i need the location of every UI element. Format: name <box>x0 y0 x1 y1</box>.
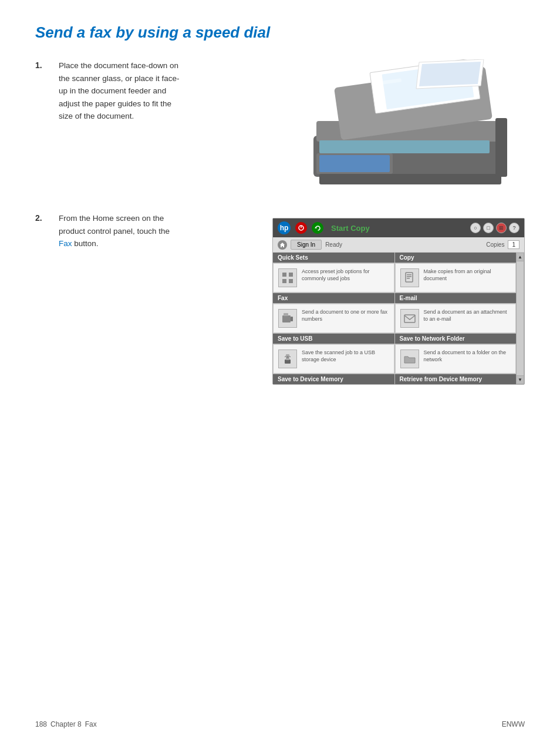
svg-rect-27 <box>404 315 415 322</box>
step2-right: hp Start Copy ○ □ ⊞ ? <box>194 212 525 385</box>
svg-rect-19 <box>289 279 293 283</box>
email-header: E-mail <box>395 293 517 303</box>
fax-header: Fax <box>273 293 394 303</box>
retrieve-device-header: Retrieve from Device Memory <box>395 374 517 384</box>
scroll-track <box>517 261 524 375</box>
cp-icon-1[interactable]: ○ <box>470 223 481 233</box>
svg-rect-10 <box>319 140 490 153</box>
svg-rect-26 <box>291 317 293 321</box>
hp-logo: hp <box>278 221 291 234</box>
network-folder-text: Send a document to a folder on the netwo… <box>424 350 511 363</box>
copy-text: Make copies from an original document <box>424 268 511 282</box>
step2-fax-link: Fax <box>59 239 72 248</box>
step1-text: Place the document face-down on the scan… <box>59 59 182 123</box>
svg-rect-22 <box>407 276 411 277</box>
scroll-down-btn[interactable]: ▼ <box>517 375 524 384</box>
svg-rect-25 <box>284 313 288 316</box>
svg-line-31 <box>285 356 286 357</box>
svg-marker-12 <box>419 62 481 86</box>
quick-sets-text: Access preset job options for commonly u… <box>302 268 389 282</box>
svg-rect-18 <box>282 279 286 283</box>
email-icon <box>400 309 419 328</box>
footer-page-number: 188 <box>35 720 47 728</box>
quick-sets-content: Access preset job options for commonly u… <box>302 268 389 282</box>
svg-rect-7 <box>319 174 501 184</box>
power-icon[interactable] <box>295 222 307 234</box>
step1-left: 1. Place the document face-down on the s… <box>35 59 182 189</box>
step2-text-before: From the Home screen on the product cont… <box>59 214 170 236</box>
control-panel: hp Start Copy ○ □ ⊞ ? <box>272 218 525 385</box>
step2-left: 2. From the Home screen on the product c… <box>35 212 182 385</box>
cp-subheader: Sign In Ready Copies 1 <box>273 237 524 253</box>
copies-value: 1 <box>508 240 519 249</box>
step1-content: Place the document face-down on the scan… <box>59 59 182 123</box>
svg-rect-8 <box>495 118 507 177</box>
save-usb-header: Save to USB <box>273 334 394 344</box>
fax-cell[interactable]: Send a document to one or more fax numbe… <box>273 304 394 333</box>
home-icon[interactable] <box>278 240 287 250</box>
step1-number: 1. <box>35 59 47 123</box>
copy-header: Copy <box>395 253 517 263</box>
copies-label: Copies <box>486 241 504 248</box>
cp-main-grid: Quick Sets Copy <box>273 253 516 384</box>
cp-header-icons: ○ □ ⊞ ? <box>470 223 519 233</box>
step2-text-after: button. <box>72 239 99 248</box>
step1-layout: 1. Place the document face-down on the s… <box>35 59 525 189</box>
svg-rect-23 <box>407 278 410 279</box>
scroll-up-btn[interactable]: ▲ <box>517 253 524 261</box>
step1-right <box>194 59 525 189</box>
footer-right: ENWW <box>502 720 525 728</box>
cp-icon-2[interactable]: □ <box>483 223 494 233</box>
signin-button[interactable]: Sign In <box>291 240 322 250</box>
email-cell[interactable]: Send a document as an attachment to an e… <box>395 304 517 333</box>
usb-icon <box>278 350 297 368</box>
step2-number: 2. <box>35 212 47 250</box>
svg-rect-20 <box>406 273 413 282</box>
copy-cell[interactable]: Make copies from an original document <box>395 263 517 293</box>
step2-content: From the Home screen on the product cont… <box>59 212 182 250</box>
svg-rect-6 <box>319 155 390 172</box>
svg-point-30 <box>286 356 289 358</box>
footer-chapter-subject: Fax <box>85 720 97 728</box>
cp-header: hp Start Copy ○ □ ⊞ ? <box>273 219 524 237</box>
email-text: Send a document as an attachment to an e… <box>424 309 511 322</box>
step-2: 2. From the Home screen on the product c… <box>35 212 182 250</box>
copy-content: Make copies from an original document <box>424 268 511 282</box>
svg-rect-16 <box>282 273 286 277</box>
usb-cell[interactable]: Save the scanned job to a USB storage de… <box>273 344 394 374</box>
save-network-header: Save to Network Folder <box>395 334 517 344</box>
quick-sets-header: Quick Sets <box>273 253 394 263</box>
footer-left: 188 Chapter 8 Fax <box>35 720 97 728</box>
step-1: 1. Place the document face-down on the s… <box>35 59 182 123</box>
step2-layout: 2. From the Home screen on the product c… <box>35 212 525 385</box>
network-folder-cell[interactable]: Send a document to a folder on the netwo… <box>395 344 517 374</box>
network-folder-icon <box>400 350 419 368</box>
fax-content: Send a document to one or more fax numbe… <box>302 309 389 322</box>
start-copy-label: Start Copy <box>328 224 465 233</box>
usb-text: Save the scanned job to a USB storage de… <box>302 350 389 363</box>
cp-icon-4[interactable]: ? <box>509 223 519 233</box>
cp-grid-wrapper: Quick Sets Copy <box>273 253 524 384</box>
step2-text: From the Home screen on the product cont… <box>59 212 182 250</box>
email-content: Send a document as an attachment to an e… <box>424 309 511 322</box>
copy-icon <box>400 268 419 287</box>
refresh-icon[interactable] <box>312 222 323 234</box>
scroll-bar[interactable]: ▲ ▼ <box>516 253 524 384</box>
save-device-header: Save to Device Memory <box>273 374 394 384</box>
footer-enww: ENWW <box>502 720 525 728</box>
quick-sets-icon <box>278 268 297 287</box>
fax-icon <box>278 309 297 328</box>
quick-sets-cell[interactable]: Access preset job options for commonly u… <box>273 263 394 293</box>
page-title: Send a fax by using a speed dial <box>35 23 525 42</box>
svg-rect-17 <box>289 273 293 277</box>
cp-icon-3[interactable]: ⊞ <box>496 223 507 233</box>
fax-text: Send a document to one or more fax numbe… <box>302 309 389 322</box>
page-footer: 188 Chapter 8 Fax ENWW <box>0 720 560 728</box>
usb-content: Save the scanned job to a USB storage de… <box>302 350 389 363</box>
svg-rect-21 <box>407 274 411 275</box>
svg-rect-28 <box>285 359 291 364</box>
ready-status: Ready <box>325 241 342 248</box>
scanner-illustration <box>302 59 525 189</box>
svg-rect-24 <box>282 315 291 322</box>
svg-line-32 <box>289 356 291 357</box>
